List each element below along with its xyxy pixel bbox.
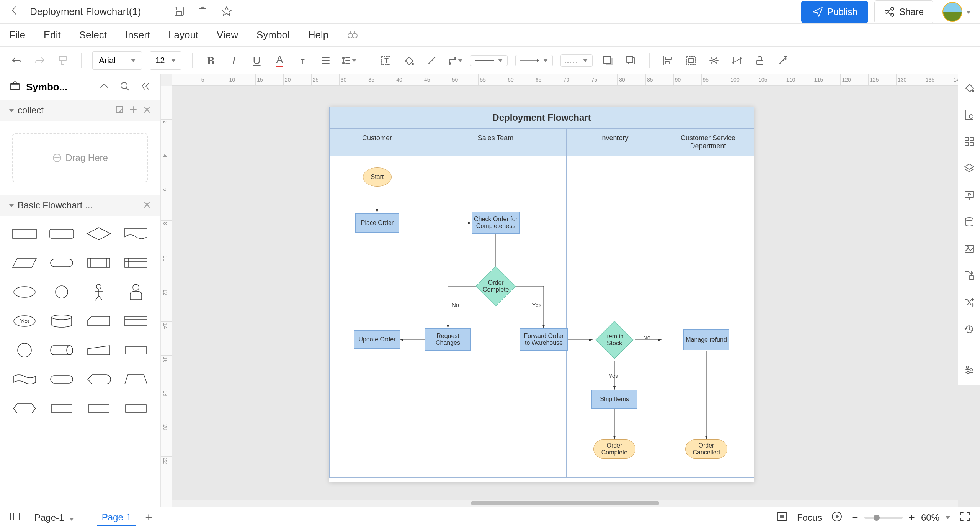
- shape-display[interactable]: [83, 368, 114, 391]
- tab-page-1[interactable]: Page-1: [97, 510, 136, 526]
- lane-header-inventory[interactable]: Inventory: [567, 129, 662, 156]
- node-start[interactable]: Start: [363, 167, 392, 187]
- shape-manual-input[interactable]: [83, 339, 114, 362]
- grid-icon[interactable]: [964, 136, 975, 149]
- font-size-selector[interactable]: 12: [150, 51, 181, 70]
- lane-service[interactable]: [662, 156, 754, 478]
- menu-help[interactable]: Help: [308, 29, 328, 41]
- add-page-button[interactable]: +: [145, 510, 152, 525]
- shape-data[interactable]: [9, 251, 40, 274]
- undo-button[interactable]: [9, 53, 24, 68]
- bold-button[interactable]: B: [203, 53, 219, 68]
- swimlane-title[interactable]: Deployment Flowchart: [329, 107, 754, 129]
- shape-document[interactable]: [120, 222, 151, 245]
- binoculars-icon[interactable]: [347, 29, 358, 42]
- font-color-button[interactable]: A: [272, 53, 287, 68]
- shape-process-rounded[interactable]: [46, 222, 77, 245]
- shape-process[interactable]: [9, 222, 40, 245]
- redo-button[interactable]: [32, 53, 47, 68]
- focus-label[interactable]: Focus: [797, 512, 822, 523]
- shuffle-icon[interactable]: [964, 297, 975, 310]
- arrow-style-dropdown[interactable]: [515, 55, 553, 66]
- text-align-v-button[interactable]: T: [295, 53, 310, 68]
- panel-collapse-up-icon[interactable]: [98, 80, 110, 93]
- shape-decision[interactable]: [83, 222, 114, 245]
- shape-tape[interactable]: [9, 368, 40, 391]
- page-dropdown[interactable]: Page-1: [30, 510, 78, 525]
- account-dropdown[interactable]: [966, 8, 971, 15]
- shape-circle[interactable]: [46, 280, 77, 303]
- lane-header-customer[interactable]: Customer: [329, 129, 425, 156]
- image-icon[interactable]: [964, 243, 975, 256]
- play-icon[interactable]: [831, 511, 843, 525]
- section-basic[interactable]: Basic Flowchart ...: [0, 195, 160, 216]
- menu-insert[interactable]: Insert: [125, 29, 150, 41]
- zoom-out-button[interactable]: −: [852, 512, 858, 524]
- panel-search-icon[interactable]: [119, 80, 131, 93]
- shape-rect-outline4[interactable]: [120, 397, 151, 420]
- menu-select[interactable]: Select: [79, 29, 107, 41]
- page-settings-icon[interactable]: [964, 109, 975, 122]
- close-icon[interactable]: [143, 200, 151, 210]
- shape-direct-data[interactable]: [46, 339, 77, 362]
- zoom-slider[interactable]: [864, 517, 903, 519]
- italic-button[interactable]: I: [226, 53, 242, 68]
- node-ship[interactable]: Ship Items: [591, 390, 637, 409]
- shadow-button[interactable]: [600, 53, 616, 68]
- export-icon[interactable]: [964, 270, 975, 283]
- text-align-h-button[interactable]: [318, 53, 333, 68]
- shape-rect-outline2[interactable]: [46, 397, 77, 420]
- fill-button[interactable]: [401, 53, 416, 68]
- edit-icon[interactable]: [115, 105, 124, 115]
- shape-terminator[interactable]: [46, 251, 77, 274]
- fullscreen-icon[interactable]: [959, 511, 971, 525]
- text-box-button[interactable]: T: [378, 53, 394, 68]
- history-icon[interactable]: [964, 323, 975, 336]
- menu-symbol[interactable]: Symbol: [256, 29, 290, 41]
- format-painter-button[interactable]: [55, 53, 70, 68]
- node-refund[interactable]: Manage refund: [683, 329, 729, 350]
- data-icon[interactable]: [964, 216, 975, 229]
- shape-ellipse[interactable]: [9, 280, 40, 303]
- lane-inventory[interactable]: [567, 156, 662, 478]
- page[interactable]: Deployment Flowchart Customer Sales Team…: [329, 107, 754, 482]
- line-color-button[interactable]: [424, 53, 439, 68]
- layers-icon[interactable]: [964, 162, 975, 175]
- lane-customer[interactable]: [329, 156, 425, 478]
- shape-database[interactable]: [46, 310, 77, 333]
- shape-yes-ellipse[interactable]: Yes: [9, 310, 40, 333]
- shape-person[interactable]: [120, 280, 151, 303]
- node-end-complete[interactable]: Order Complete: [593, 439, 635, 459]
- lane-sales[interactable]: [425, 156, 567, 478]
- tools-button[interactable]: [775, 53, 791, 68]
- back-button[interactable]: [9, 5, 21, 19]
- star-icon[interactable]: [221, 5, 232, 18]
- line-weight-dropdown[interactable]: [560, 54, 593, 67]
- horizontal-scrollbar[interactable]: [172, 500, 958, 507]
- zoom-in-button[interactable]: +: [909, 512, 915, 524]
- drag-zone[interactable]: Drag Here: [12, 133, 148, 182]
- node-request-changes[interactable]: Request Changes: [425, 328, 471, 351]
- menu-view[interactable]: View: [217, 29, 238, 41]
- shape-rect-outline[interactable]: [120, 339, 151, 362]
- settings-icon[interactable]: [964, 364, 975, 377]
- lane-header-service[interactable]: Customer Service Department: [662, 129, 754, 156]
- shape-hexagon[interactable]: [9, 397, 40, 420]
- presentation-icon[interactable]: [964, 189, 975, 202]
- group-button[interactable]: [683, 53, 699, 68]
- focus-icon[interactable]: [776, 511, 788, 525]
- lock-button[interactable]: [752, 53, 768, 68]
- node-end-cancel[interactable]: Order Cancelled: [685, 439, 727, 459]
- pages-icon[interactable]: [9, 511, 21, 525]
- connector-button[interactable]: [447, 53, 462, 68]
- shape-trapezoid[interactable]: [120, 368, 151, 391]
- shape-header-box[interactable]: [120, 310, 151, 333]
- underline-button[interactable]: U: [249, 53, 265, 68]
- font-selector[interactable]: Arial: [92, 51, 142, 70]
- lane-header-sales[interactable]: Sales Team: [425, 129, 567, 156]
- shape-actor[interactable]: [83, 280, 114, 303]
- avatar[interactable]: [942, 2, 962, 22]
- node-update-order[interactable]: Update Order: [354, 330, 400, 349]
- shape-rect-outline3[interactable]: [83, 397, 114, 420]
- section-collect[interactable]: collect: [0, 100, 160, 121]
